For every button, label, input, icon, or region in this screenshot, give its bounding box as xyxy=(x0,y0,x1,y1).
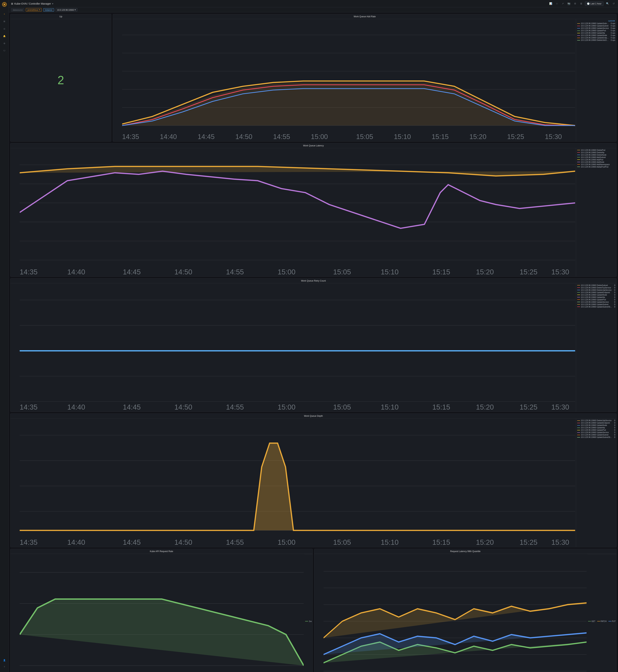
legend-header[interactable]: current▾ xyxy=(577,20,616,22)
work-queue-add-rate-legend: current▾ 10.0.129.96:10660 UpdateSubnetS… xyxy=(576,19,616,141)
legend-item-5[interactable]: 10.0.129.96:10660 UpdateNode 0 ops xyxy=(577,34,616,36)
tv-icon-btn[interactable]: 🖥 xyxy=(579,1,584,6)
latency-legend-1[interactable]: 10.0.129.96:10660 DeleteNp xyxy=(577,151,616,154)
dropdown-icon[interactable]: ▾ xyxy=(52,2,54,5)
depth-legend-0[interactable]: 10.0.129.96:10660 DeleteUdpService 0 xyxy=(577,419,616,422)
svg-text:15:05: 15:05 xyxy=(356,133,373,140)
svg-text:14:45: 14:45 xyxy=(123,268,141,276)
work-queue-depth-header: Work Queue Depth xyxy=(10,414,616,419)
svg-text:14:50: 14:50 xyxy=(174,538,192,546)
svg-text:14:50: 14:50 xyxy=(174,268,192,276)
sidebar-item-home[interactable]: ⊞ xyxy=(1,18,7,24)
legend-item-4[interactable]: 10.0.129.96:10660 UpdateNp 0 ops xyxy=(577,32,616,34)
prometheus-filter[interactable]: prometheus ▾ xyxy=(26,8,41,12)
svg-text:15:10: 15:10 xyxy=(381,538,399,546)
work-queue-latency-legend: 10.0.129.96:10660 DeletePod 10.0.129.96:… xyxy=(576,148,616,276)
sidebar-item-explore[interactable]: ◎ xyxy=(1,26,7,32)
settings-icon-btn[interactable]: ⚙ xyxy=(573,1,577,6)
sidebar-item-help[interactable]: ? xyxy=(1,664,7,670)
retry-legend-3[interactable]: 10.0.129.96:10660 UpdateEndpoint 0 xyxy=(577,291,616,294)
legend-item-6[interactable]: 10.0.129.96:10660 UpdateEndpoint 0 ops xyxy=(577,36,616,39)
work-queue-depth-panel: Work Queue Depth xyxy=(10,414,617,547)
svg-text:14:45: 14:45 xyxy=(123,403,141,411)
svg-text:15:30: 15:30 xyxy=(551,268,569,276)
depth-legend-2[interactable]: 10.0.129.96:10660 UpdateNode 0 xyxy=(577,424,616,427)
depth-legend-6[interactable]: 10.0.129.96:10660 UpdateSubnet 0 xyxy=(577,434,616,436)
svg-text:14:55: 14:55 xyxy=(226,538,244,546)
work-queue-latency-content: 14:35 14:40 14:45 14:50 14:55 15:00 15:0… xyxy=(10,148,616,276)
depth-legend-1[interactable]: 10.0.129.96:10660 UpdateEndpoint 0 xyxy=(577,422,616,424)
time-range-selector[interactable]: 🕐 Last 1 hour xyxy=(585,1,604,6)
latency-legend-0[interactable]: 10.0.129.96:10660 DeletePod xyxy=(577,149,616,151)
svg-text:14:50: 14:50 xyxy=(174,403,192,411)
instance-dropdown-icon: ▾ xyxy=(75,9,76,11)
legend-item-0[interactable]: 10.0.129.96:10660 UpdateSubnetStatus 0 o… xyxy=(577,22,616,25)
request-latency-content: 14:35 14:40 14:45 14:50 14:55 15:00 15:0… xyxy=(314,554,616,672)
legend-item-3[interactable]: 10.0.129.96:10660 UpdatePod 0 ops xyxy=(577,29,616,32)
sidebar-item-avatar[interactable]: 👤 xyxy=(1,657,7,663)
latency-legend-7[interactable]: 10.0.129.96:10660 AddIpPoolPod xyxy=(577,166,616,168)
retry-legend-9[interactable]: 10.0.129.96:10660 UpdateSubnetStatus 0 xyxy=(577,306,616,308)
svg-text:15:05: 15:05 xyxy=(333,538,351,546)
legend-item-7[interactable]: 10.0.129.96:10660 DeleteUdoService 0 ops xyxy=(577,39,616,41)
sidebar: + ⊞ ◎ 🔔 ⚙ 🛡 👤 ? xyxy=(0,0,9,672)
kube-api-request-rate-content: 14:40 14:50 15:00 15:10 15:20 15:30 1.5 … xyxy=(10,554,312,672)
svg-text:15:25: 15:25 xyxy=(520,538,537,546)
latency-legend-6[interactable]: 10.0.129.96:10660 AddNamespace xyxy=(577,163,616,166)
retry-legend-8[interactable]: 10.0.129.96:10660 UpdateSubnet 0 xyxy=(577,303,616,306)
sidebar-item-alerting[interactable]: 🔔 xyxy=(1,33,7,39)
depth-legend-5[interactable]: 10.0.129.96:10660 UpdateService 0 xyxy=(577,431,616,434)
svg-text:15:10: 15:10 xyxy=(381,268,399,276)
filterbar: datasource prometheus ▾ instance 10.0.12… xyxy=(9,7,618,12)
up-panel: Up 2 xyxy=(10,14,111,142)
grafana-logo[interactable] xyxy=(1,1,7,7)
snapshot-icon-btn[interactable]: 📷 xyxy=(566,1,572,6)
work-queue-add-rate-content: 14:35 14:40 14:45 14:50 14:55 15:00 15:0… xyxy=(113,19,616,141)
svg-text:14:35: 14:35 xyxy=(20,538,37,546)
refresh-icon-btn[interactable]: ↺ xyxy=(612,1,616,6)
retry-legend-4[interactable]: 10.0.129.96:10660 UpdateNode 0 xyxy=(577,294,616,296)
datasource-filter[interactable]: datasource xyxy=(11,8,24,12)
latency-legend-2[interactable]: 10.0.129.96:10660 DeleteNode xyxy=(577,154,616,156)
dashboard-title: ⊞ Kube-OVN / Controller Manager ▾ xyxy=(11,2,54,5)
retry-legend-0[interactable]: 10.0.129.96:10660 DeleteSubnet 0 xyxy=(577,284,616,287)
star-icon-btn[interactable]: ☆ xyxy=(555,1,559,6)
legend-item-2[interactable]: 10.0.129.96:10660 UpdateService 0 ops xyxy=(577,27,616,29)
instance-filter[interactable]: instance xyxy=(43,8,54,12)
kube-api-request-rate-header: Kube API Request Rate xyxy=(10,549,312,554)
latency-legend-5[interactable]: 10.0.129.96:10660 AddNode xyxy=(577,161,616,163)
svg-text:15:20: 15:20 xyxy=(476,538,494,546)
sidebar-item-settings[interactable]: ⚙ xyxy=(1,40,7,46)
graph-icon-btn[interactable]: 📊 xyxy=(548,1,553,6)
work-queue-add-rate-header: Work Queue Add Rate xyxy=(113,14,616,19)
sidebar-item-shield[interactable]: 🛡 xyxy=(1,48,7,54)
share-icon-btn[interactable]: ↗ xyxy=(560,1,565,6)
work-queue-latency-header: Work Queue Latency xyxy=(10,143,616,148)
retry-legend-6[interactable]: 10.0.129.96:10660 UpdatePod 0 xyxy=(577,299,616,301)
row-1: Up 2 Work Queue Add Rate xyxy=(10,14,617,142)
instance-value-filter[interactable]: 10.0.129.96:10660 ▾ xyxy=(56,8,78,12)
work-queue-depth-content: 14:35 14:40 14:45 14:50 14:55 15:00 15:0… xyxy=(10,419,616,547)
latency-legend-3[interactable]: 10.0.129.96:10660 AddSubnet xyxy=(577,156,616,158)
zoom-icon-btn[interactable]: 🔍 xyxy=(605,1,610,6)
work-queue-depth-legend: 10.0.129.96:10660 DeleteUdpService 0 10.… xyxy=(576,419,616,547)
svg-text:15:20: 15:20 xyxy=(470,133,486,140)
legend-item-1[interactable]: 10.0.129.96:10660 UpdateSubnet 0 ops xyxy=(577,25,616,27)
retry-legend-5[interactable]: 10.0.129.96:10660 UpdateNp 0 xyxy=(577,296,616,299)
svg-text:14:55: 14:55 xyxy=(226,403,244,411)
retry-legend-1[interactable]: 10.0.129.96:10660 DeleteTcpService 0 xyxy=(577,287,616,289)
sidebar-item-add[interactable]: + xyxy=(1,11,7,17)
retry-legend-2[interactable]: 10.0.129.96:10660 DeleteUdpService 0 xyxy=(577,289,616,291)
svg-text:15:05: 15:05 xyxy=(333,403,351,411)
svg-text:15:00: 15:00 xyxy=(311,133,328,140)
depth-legend-4[interactable]: 10.0.129.96:10660 UpdatePod 0 xyxy=(577,429,616,431)
retry-legend-7[interactable]: 10.0.129.96:10660 UpdateService 0 xyxy=(577,301,616,303)
grid-icon: ⊞ xyxy=(11,2,13,5)
row-5: Kube API Request Rate 14 xyxy=(10,549,617,672)
svg-text:15:05: 15:05 xyxy=(333,268,351,276)
svg-text:14:55: 14:55 xyxy=(226,268,244,276)
depth-legend-3[interactable]: 10.0.129.96:10660 UpdateNp 0 xyxy=(577,427,616,429)
svg-text:15:00: 15:00 xyxy=(278,538,295,546)
depth-legend-7[interactable]: 10.0.129.96:10660 UpdateSubnetStatus 0 xyxy=(577,436,616,438)
latency-legend-4[interactable]: 10.0.129.96:10660 AddPod xyxy=(577,158,616,161)
